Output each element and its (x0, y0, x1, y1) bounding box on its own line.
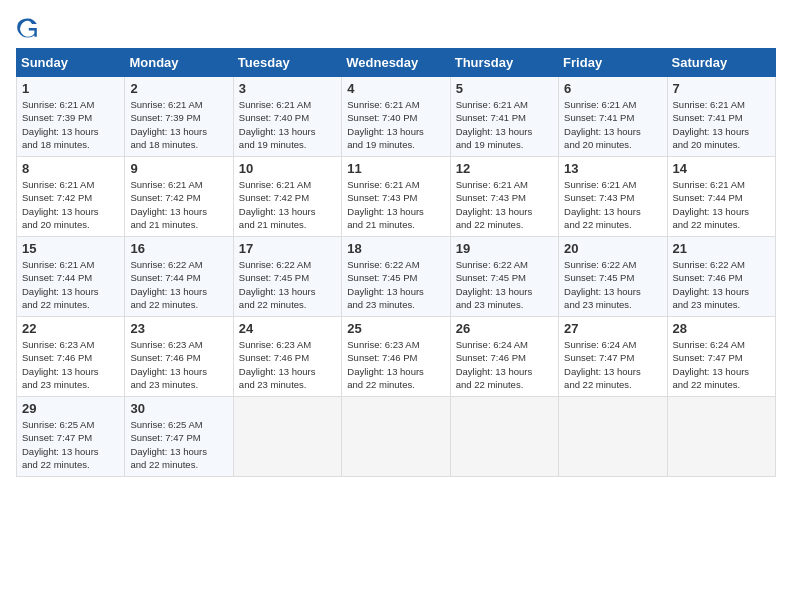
day-info: Sunrise: 6:24 AM Sunset: 7:47 PM Dayligh… (564, 338, 661, 391)
calendar-cell: 14Sunrise: 6:21 AM Sunset: 7:44 PM Dayli… (667, 157, 775, 237)
day-number: 12 (456, 161, 553, 176)
day-info: Sunrise: 6:21 AM Sunset: 7:42 PM Dayligh… (22, 178, 119, 231)
logo (16, 16, 44, 40)
day-info: Sunrise: 6:25 AM Sunset: 7:47 PM Dayligh… (22, 418, 119, 471)
day-info: Sunrise: 6:21 AM Sunset: 7:40 PM Dayligh… (347, 98, 444, 151)
calendar-cell: 26Sunrise: 6:24 AM Sunset: 7:46 PM Dayli… (450, 317, 558, 397)
day-number: 22 (22, 321, 119, 336)
day-info: Sunrise: 6:22 AM Sunset: 7:45 PM Dayligh… (239, 258, 336, 311)
calendar-cell: 29Sunrise: 6:25 AM Sunset: 7:47 PM Dayli… (17, 397, 125, 477)
calendar-cell (450, 397, 558, 477)
day-info: Sunrise: 6:24 AM Sunset: 7:46 PM Dayligh… (456, 338, 553, 391)
day-number: 27 (564, 321, 661, 336)
day-info: Sunrise: 6:25 AM Sunset: 7:47 PM Dayligh… (130, 418, 227, 471)
calendar-cell: 30Sunrise: 6:25 AM Sunset: 7:47 PM Dayli… (125, 397, 233, 477)
day-number: 13 (564, 161, 661, 176)
column-header-thursday: Thursday (450, 49, 558, 77)
day-info: Sunrise: 6:24 AM Sunset: 7:47 PM Dayligh… (673, 338, 770, 391)
day-number: 1 (22, 81, 119, 96)
calendar-cell (233, 397, 341, 477)
calendar-cell: 6Sunrise: 6:21 AM Sunset: 7:41 PM Daylig… (559, 77, 667, 157)
day-number: 6 (564, 81, 661, 96)
day-number: 7 (673, 81, 770, 96)
day-info: Sunrise: 6:21 AM Sunset: 7:42 PM Dayligh… (130, 178, 227, 231)
day-info: Sunrise: 6:21 AM Sunset: 7:43 PM Dayligh… (564, 178, 661, 231)
calendar-cell: 8Sunrise: 6:21 AM Sunset: 7:42 PM Daylig… (17, 157, 125, 237)
logo-icon (16, 16, 40, 40)
day-info: Sunrise: 6:21 AM Sunset: 7:42 PM Dayligh… (239, 178, 336, 231)
calendar-cell (667, 397, 775, 477)
calendar-week-2: 8Sunrise: 6:21 AM Sunset: 7:42 PM Daylig… (17, 157, 776, 237)
calendar-cell: 25Sunrise: 6:23 AM Sunset: 7:46 PM Dayli… (342, 317, 450, 397)
header (16, 16, 776, 40)
day-info: Sunrise: 6:22 AM Sunset: 7:46 PM Dayligh… (673, 258, 770, 311)
calendar-cell: 10Sunrise: 6:21 AM Sunset: 7:42 PM Dayli… (233, 157, 341, 237)
day-info: Sunrise: 6:21 AM Sunset: 7:43 PM Dayligh… (347, 178, 444, 231)
column-header-saturday: Saturday (667, 49, 775, 77)
calendar-cell (559, 397, 667, 477)
calendar-cell: 2Sunrise: 6:21 AM Sunset: 7:39 PM Daylig… (125, 77, 233, 157)
day-info: Sunrise: 6:21 AM Sunset: 7:41 PM Dayligh… (456, 98, 553, 151)
day-info: Sunrise: 6:22 AM Sunset: 7:45 PM Dayligh… (347, 258, 444, 311)
calendar-cell: 18Sunrise: 6:22 AM Sunset: 7:45 PM Dayli… (342, 237, 450, 317)
column-header-friday: Friday (559, 49, 667, 77)
day-info: Sunrise: 6:22 AM Sunset: 7:45 PM Dayligh… (456, 258, 553, 311)
calendar-cell: 22Sunrise: 6:23 AM Sunset: 7:46 PM Dayli… (17, 317, 125, 397)
day-number: 29 (22, 401, 119, 416)
day-number: 4 (347, 81, 444, 96)
calendar-table: SundayMondayTuesdayWednesdayThursdayFrid… (16, 48, 776, 477)
calendar-header-row: SundayMondayTuesdayWednesdayThursdayFrid… (17, 49, 776, 77)
calendar-cell: 9Sunrise: 6:21 AM Sunset: 7:42 PM Daylig… (125, 157, 233, 237)
calendar-cell: 20Sunrise: 6:22 AM Sunset: 7:45 PM Dayli… (559, 237, 667, 317)
day-info: Sunrise: 6:21 AM Sunset: 7:41 PM Dayligh… (564, 98, 661, 151)
column-header-wednesday: Wednesday (342, 49, 450, 77)
day-info: Sunrise: 6:22 AM Sunset: 7:45 PM Dayligh… (564, 258, 661, 311)
day-number: 16 (130, 241, 227, 256)
day-info: Sunrise: 6:23 AM Sunset: 7:46 PM Dayligh… (130, 338, 227, 391)
day-number: 18 (347, 241, 444, 256)
calendar-cell: 5Sunrise: 6:21 AM Sunset: 7:41 PM Daylig… (450, 77, 558, 157)
day-number: 23 (130, 321, 227, 336)
day-info: Sunrise: 6:21 AM Sunset: 7:43 PM Dayligh… (456, 178, 553, 231)
day-number: 20 (564, 241, 661, 256)
calendar-cell: 17Sunrise: 6:22 AM Sunset: 7:45 PM Dayli… (233, 237, 341, 317)
day-info: Sunrise: 6:21 AM Sunset: 7:44 PM Dayligh… (673, 178, 770, 231)
day-info: Sunrise: 6:23 AM Sunset: 7:46 PM Dayligh… (347, 338, 444, 391)
day-info: Sunrise: 6:21 AM Sunset: 7:39 PM Dayligh… (130, 98, 227, 151)
calendar-cell: 13Sunrise: 6:21 AM Sunset: 7:43 PM Dayli… (559, 157, 667, 237)
day-info: Sunrise: 6:23 AM Sunset: 7:46 PM Dayligh… (22, 338, 119, 391)
calendar-cell: 11Sunrise: 6:21 AM Sunset: 7:43 PM Dayli… (342, 157, 450, 237)
day-number: 28 (673, 321, 770, 336)
calendar-cell: 19Sunrise: 6:22 AM Sunset: 7:45 PM Dayli… (450, 237, 558, 317)
calendar-cell: 15Sunrise: 6:21 AM Sunset: 7:44 PM Dayli… (17, 237, 125, 317)
day-number: 15 (22, 241, 119, 256)
calendar-cell: 27Sunrise: 6:24 AM Sunset: 7:47 PM Dayli… (559, 317, 667, 397)
day-info: Sunrise: 6:21 AM Sunset: 7:39 PM Dayligh… (22, 98, 119, 151)
day-number: 25 (347, 321, 444, 336)
calendar-week-1: 1Sunrise: 6:21 AM Sunset: 7:39 PM Daylig… (17, 77, 776, 157)
calendar-cell: 3Sunrise: 6:21 AM Sunset: 7:40 PM Daylig… (233, 77, 341, 157)
day-number: 19 (456, 241, 553, 256)
calendar-cell: 21Sunrise: 6:22 AM Sunset: 7:46 PM Dayli… (667, 237, 775, 317)
day-info: Sunrise: 6:21 AM Sunset: 7:41 PM Dayligh… (673, 98, 770, 151)
calendar-cell: 23Sunrise: 6:23 AM Sunset: 7:46 PM Dayli… (125, 317, 233, 397)
day-number: 5 (456, 81, 553, 96)
day-number: 17 (239, 241, 336, 256)
day-number: 2 (130, 81, 227, 96)
calendar-week-3: 15Sunrise: 6:21 AM Sunset: 7:44 PM Dayli… (17, 237, 776, 317)
calendar-cell: 1Sunrise: 6:21 AM Sunset: 7:39 PM Daylig… (17, 77, 125, 157)
day-info: Sunrise: 6:21 AM Sunset: 7:40 PM Dayligh… (239, 98, 336, 151)
calendar-week-4: 22Sunrise: 6:23 AM Sunset: 7:46 PM Dayli… (17, 317, 776, 397)
day-info: Sunrise: 6:23 AM Sunset: 7:46 PM Dayligh… (239, 338, 336, 391)
day-number: 9 (130, 161, 227, 176)
column-header-sunday: Sunday (17, 49, 125, 77)
day-number: 26 (456, 321, 553, 336)
day-number: 30 (130, 401, 227, 416)
calendar-cell: 4Sunrise: 6:21 AM Sunset: 7:40 PM Daylig… (342, 77, 450, 157)
column-header-tuesday: Tuesday (233, 49, 341, 77)
day-number: 21 (673, 241, 770, 256)
day-number: 11 (347, 161, 444, 176)
day-info: Sunrise: 6:22 AM Sunset: 7:44 PM Dayligh… (130, 258, 227, 311)
day-number: 24 (239, 321, 336, 336)
day-number: 3 (239, 81, 336, 96)
